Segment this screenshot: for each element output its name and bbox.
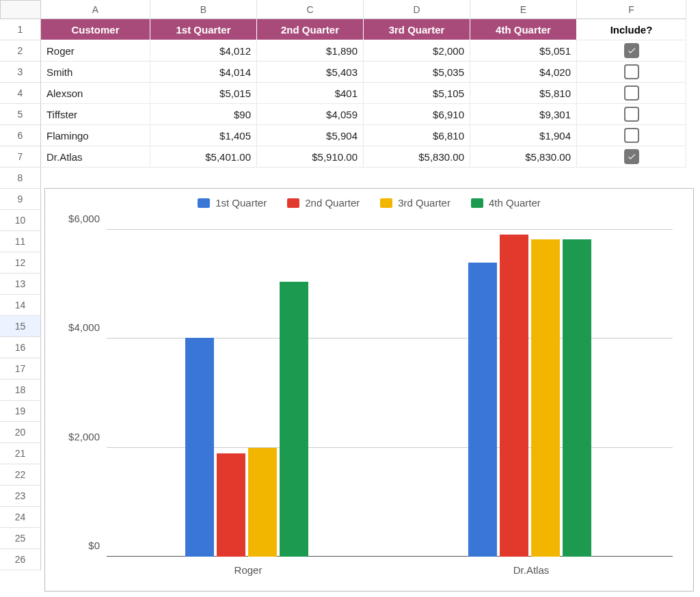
q2-cell[interactable]: $5,904 [257,125,364,146]
include-checkbox[interactable] [624,149,639,164]
table-row: Roger$4,012$1,890$2,000$5,051 [41,40,700,62]
customer-name-cell[interactable]: Flamingo [41,125,150,146]
row-header-13[interactable]: 13 [0,274,41,295]
q2-cell[interactable]: $4,059 [257,104,364,125]
row-header-25[interactable]: 25 [0,528,41,549]
row-header-7[interactable]: 7 [0,146,41,168]
chart-xcategory-label: Dr.Atlas [463,564,600,576]
q3-cell[interactable]: $5,830.00 [364,146,470,168]
row-header-5[interactable]: 5 [0,104,41,125]
row-header-9[interactable]: 9 [0,189,41,210]
include-checkbox[interactable] [624,43,639,58]
include-checkbox[interactable] [624,64,639,79]
q4-cell[interactable]: $5,830.00 [470,146,577,168]
row-header-12[interactable]: 12 [0,252,41,274]
column-headers: ABCDEF [41,0,700,19]
q2-cell[interactable]: $5,403 [257,62,364,83]
chart-bar-group [185,230,308,557]
row-header-15[interactable]: 15 [0,316,41,337]
column-header-A[interactable]: A [41,0,150,19]
legend-swatch [471,198,483,208]
q3-cell[interactable]: $5,035 [364,62,470,83]
legend-label: 2nd Quarter [305,197,360,209]
q1-cell[interactable]: $5,401.00 [150,146,257,168]
q2-cell[interactable]: $401 [257,83,364,104]
row-header-18[interactable]: 18 [0,380,41,401]
embedded-chart[interactable]: 1st Quarter2nd Quarter3rd Quarter4th Qua… [44,188,694,592]
q4-cell[interactable]: $5,810 [470,83,577,104]
row-header-6[interactable]: 6 [0,125,41,146]
row-header-23[interactable]: 23 [0,486,41,507]
row-header-16[interactable]: 16 [0,337,41,358]
col-q2-header[interactable]: 2nd Quarter [257,19,364,40]
include-cell [577,125,686,146]
row-header-1[interactable]: 1 [0,19,41,40]
chart-bar [217,453,245,557]
chart-legend: 1st Quarter2nd Quarter3rd Quarter4th Qua… [45,189,693,213]
col-q3-header[interactable]: 3rd Quarter [364,19,470,40]
q4-cell[interactable]: $5,051 [470,40,577,62]
q1-cell[interactable]: $4,012 [150,40,257,62]
checkmark-icon [627,46,636,55]
column-header-B[interactable]: B [150,0,257,19]
column-header-F[interactable]: F [577,0,686,19]
legend-item: 3rd Quarter [380,197,450,209]
row-header-20[interactable]: 20 [0,422,41,443]
q4-cell[interactable]: $9,301 [470,104,577,125]
row-header-24[interactable]: 24 [0,507,41,528]
q3-cell[interactable]: $5,105 [364,83,470,104]
table-row: Dr.Atlas$5,401.00$5,910.00$5,830.00$5,83… [41,146,700,168]
table-row: Flamingo$1,405$5,904$6,810$1,904 [41,125,700,146]
q1-cell[interactable]: $90 [150,104,257,125]
q4-cell[interactable]: $4,020 [470,62,577,83]
column-header-E[interactable]: E [470,0,577,19]
row-header-26[interactable]: 26 [0,549,41,570]
customer-name-cell[interactable]: Dr.Atlas [41,146,150,168]
q3-cell[interactable]: $2,000 [364,40,470,62]
q3-cell[interactable]: $6,810 [364,125,470,146]
row-header-14[interactable]: 14 [0,295,41,316]
include-checkbox[interactable] [624,128,639,143]
row-header-3[interactable]: 3 [0,62,41,83]
row-header-19[interactable]: 19 [0,401,41,422]
customer-name-cell[interactable]: Smith [41,62,150,83]
table-row: Tiffster$90$4,059$6,910$9,301 [41,104,700,125]
row-header-11[interactable]: 11 [0,231,41,252]
chart-ytick-label: $6,000 [52,213,100,224]
row-header-17[interactable]: 17 [0,358,41,380]
col-customer-header[interactable]: Customer [41,19,150,40]
col-include-header[interactable]: Include? [577,19,686,40]
legend-label: 4th Quarter [489,197,541,209]
row-header-22[interactable]: 22 [0,464,41,486]
q2-cell[interactable]: $5,910.00 [257,146,364,168]
include-checkbox[interactable] [624,107,639,122]
q1-cell[interactable]: $1,405 [150,125,257,146]
cell-grid: Customer 1st Quarter 2nd Quarter 3rd Qua… [41,19,700,597]
row-header-2[interactable]: 2 [0,40,41,62]
col-q1-header[interactable]: 1st Quarter [150,19,257,40]
q1-cell[interactable]: $4,014 [150,62,257,83]
col-q4-header[interactable]: 4th Quarter [470,19,577,40]
q1-cell[interactable]: $5,015 [150,83,257,104]
customer-name-cell[interactable]: Tiffster [41,104,150,125]
q4-cell[interactable]: $1,904 [470,125,577,146]
row-header-8[interactable]: 8 [0,168,41,189]
customer-name-cell[interactable]: Roger [41,40,150,62]
row-header-21[interactable]: 21 [0,443,41,464]
q2-cell[interactable]: $1,890 [257,40,364,62]
q3-cell[interactable]: $6,910 [364,104,470,125]
chart-bar [531,239,560,557]
chart-bar [280,282,308,557]
spreadsheet: 1234567891011121314151617181920212223242… [0,0,700,597]
legend-swatch [198,198,210,208]
legend-label: 1st Quarter [215,197,267,209]
customer-name-cell[interactable]: Alexson [41,83,150,104]
row-header-4[interactable]: 4 [0,83,41,104]
column-header-C[interactable]: C [257,0,364,19]
row-header-10[interactable]: 10 [0,210,41,231]
legend-item: 1st Quarter [198,197,267,209]
column-header-D[interactable]: D [364,0,470,19]
table-header-row: Customer 1st Quarter 2nd Quarter 3rd Qua… [41,19,700,40]
include-checkbox[interactable] [624,85,639,101]
select-all-corner[interactable] [0,0,41,19]
